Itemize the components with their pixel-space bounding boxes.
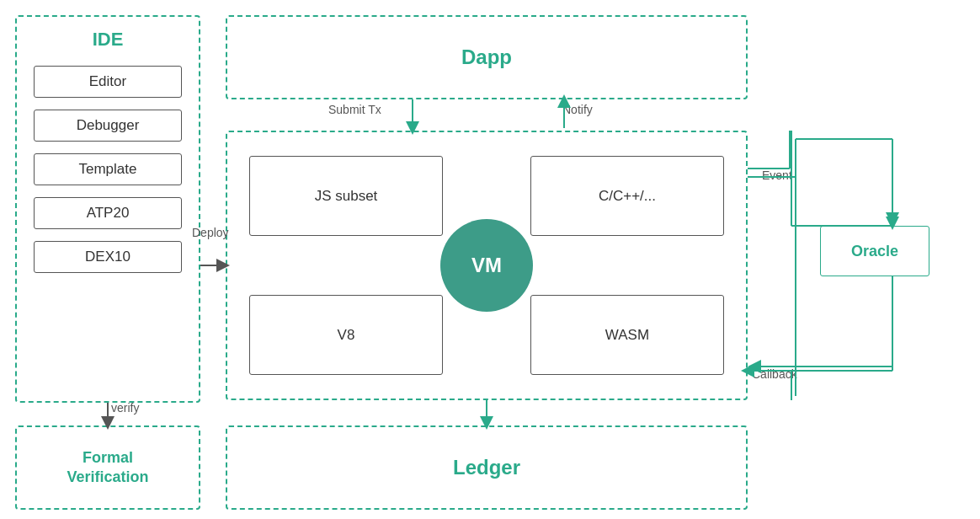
ide-item-dex10: DEX10 bbox=[34, 241, 182, 273]
dapp-title: Dapp bbox=[461, 45, 512, 69]
submit-tx-label: Submit Tx bbox=[328, 103, 381, 116]
notify-label: Notify bbox=[562, 103, 593, 116]
vm-circle: VM bbox=[440, 219, 533, 312]
ide-box: IDE Editor Debugger Template ATP20 DEX10 bbox=[15, 15, 200, 403]
dapp-box: Dapp bbox=[226, 15, 748, 99]
ide-items: Editor Debugger Template ATP20 DEX10 bbox=[34, 66, 182, 273]
diagram: IDE Editor Debugger Template ATP20 DEX10… bbox=[0, 0, 980, 519]
callback-label: Callback bbox=[752, 367, 797, 381]
deploy-label: Deploy bbox=[192, 226, 229, 239]
ide-item-atp20: ATP20 bbox=[34, 197, 182, 229]
ledger-box: Ledger bbox=[226, 425, 748, 510]
vm-box: JS subset C/C++/... V8 WASM VM bbox=[226, 131, 748, 400]
ide-item-debugger: Debugger bbox=[34, 110, 182, 142]
verify-label: verify bbox=[111, 401, 139, 415]
vm-cell-v8: V8 bbox=[249, 295, 443, 375]
ide-item-editor: Editor bbox=[34, 66, 182, 98]
vm-cell-js: JS subset bbox=[249, 156, 443, 236]
formal-verification-box: FormalVerification bbox=[15, 425, 200, 510]
formal-verification-title: FormalVerification bbox=[67, 448, 148, 488]
oracle-title: Oracle bbox=[851, 243, 898, 260]
vm-cell-cpp: C/C++/... bbox=[530, 156, 724, 236]
vm-cell-wasm: WASM bbox=[530, 295, 724, 375]
ide-title: IDE bbox=[17, 29, 199, 51]
event-label: Event bbox=[762, 169, 792, 182]
ide-item-template: Template bbox=[34, 153, 182, 185]
ledger-title: Ledger bbox=[453, 456, 520, 479]
oracle-box: Oracle bbox=[820, 226, 929, 276]
